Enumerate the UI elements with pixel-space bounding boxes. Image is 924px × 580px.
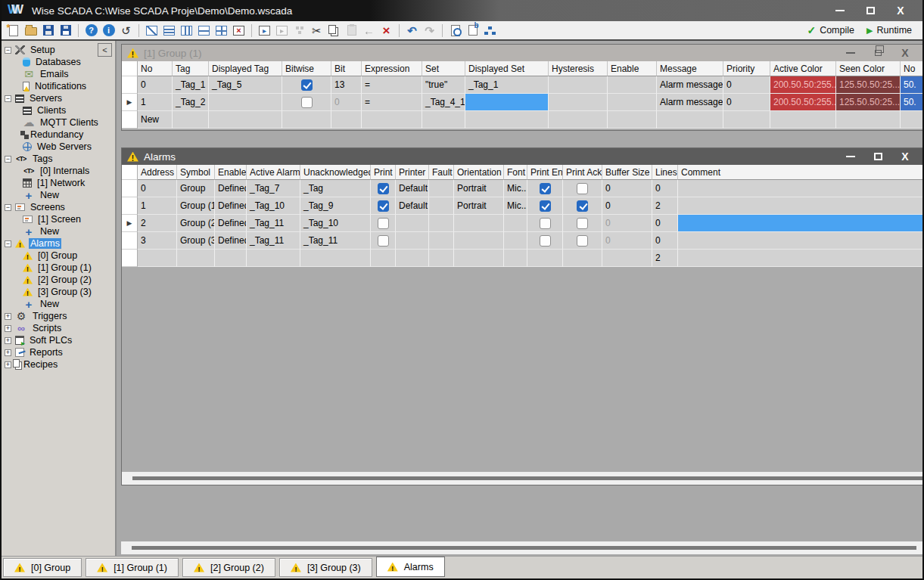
column-header-orientation[interactable]: Orientation xyxy=(454,165,504,180)
grid-cell[interactable] xyxy=(138,250,177,267)
group-window-titlebar[interactable]: [1] Group (1) X xyxy=(122,45,922,61)
tree-expander-icon[interactable]: + xyxy=(5,337,11,344)
tree-item-redundancy[interactable]: Redundancy xyxy=(2,129,115,141)
checkbox-unchecked[interactable] xyxy=(577,218,588,229)
grid-cell[interactable] xyxy=(454,215,504,232)
tree-item-alarm-group-3[interactable]: [3] Group (3) xyxy=(2,286,115,298)
tree-expander-icon[interactable]: − xyxy=(5,95,11,102)
grid-cell[interactable]: _Tag_1 xyxy=(173,76,209,94)
column-header-bitwise[interactable]: Bitwise xyxy=(282,61,331,76)
grid-cell[interactable] xyxy=(836,111,901,129)
column-header-set[interactable]: Set xyxy=(422,61,465,76)
close-button-icon[interactable]: X xyxy=(895,5,906,16)
tree-item-tags[interactable]: −<T>Tags xyxy=(2,153,115,165)
grid-cell[interactable]: 0 xyxy=(138,76,173,94)
grid-cell[interactable]: _Tag_5 xyxy=(209,76,282,94)
column-header-displayed-set[interactable]: Displayed Set xyxy=(465,61,549,76)
mdi-hscrollbar[interactable] xyxy=(121,541,922,554)
tree-item-soft-plcs[interactable]: +Soft PLCs xyxy=(2,334,115,346)
grid-cell[interactable] xyxy=(608,76,657,94)
project-tree-icon[interactable] xyxy=(481,22,499,39)
column-header-hysteresis[interactable]: Hysteresis xyxy=(549,61,608,76)
column-header-symbol[interactable]: Symbol xyxy=(177,165,215,180)
grid-cell[interactable] xyxy=(678,232,922,250)
grid-cell[interactable]: Defined xyxy=(215,215,247,232)
checkbox-unchecked[interactable] xyxy=(540,218,551,229)
tree-item-internals[interactable]: <T>[0] Internals xyxy=(2,165,115,177)
column-header-bit[interactable]: Bit xyxy=(331,61,362,76)
grid-cell[interactable]: _Tag_9 xyxy=(300,197,371,215)
alarms-close-icon[interactable]: X xyxy=(900,151,910,162)
group-minimize-icon[interactable] xyxy=(845,48,856,58)
grid-cell[interactable] xyxy=(602,250,652,267)
tree-item-databases[interactable]: Databases xyxy=(2,56,115,68)
row-selector-cell[interactable]: ▶ xyxy=(122,215,138,232)
tree-item-network[interactable]: [1] Network xyxy=(2,177,115,189)
grid-cell[interactable]: Default xyxy=(396,180,429,197)
grid-cell[interactable]: 1 xyxy=(138,94,173,111)
grid-cell[interactable]: Defined xyxy=(215,180,247,197)
grid-cell[interactable] xyxy=(429,197,454,215)
column-header-lines[interactable]: Lines xyxy=(652,165,678,180)
grid-cell[interactable]: 0 xyxy=(602,180,652,197)
grid-cell[interactable] xyxy=(429,180,454,197)
grid-cell[interactable]: 0 xyxy=(652,232,678,250)
column-header-buffer-size[interactable]: Buffer Size xyxy=(602,165,652,180)
grid-cell[interactable]: _Tag_11 xyxy=(300,232,371,250)
grid-cell[interactable] xyxy=(371,250,396,267)
column-header-no[interactable]: No xyxy=(901,61,922,76)
grid-cell[interactable] xyxy=(608,94,657,111)
grid-cell[interactable] xyxy=(429,250,454,267)
tree-item-alarm-group-1[interactable]: [1] Group (1) xyxy=(2,262,115,274)
copy-icon[interactable] xyxy=(325,22,343,39)
grid-cell[interactable] xyxy=(723,111,770,129)
column-header-print-end[interactable]: Print End xyxy=(527,165,563,180)
grid-cell[interactable]: Group (3) xyxy=(177,232,215,250)
grid-cell[interactable] xyxy=(300,250,371,267)
column-header-message[interactable]: Message xyxy=(657,61,723,76)
grid-cell[interactable]: 125.50.50:25... xyxy=(836,94,901,111)
open-project-icon[interactable] xyxy=(22,22,39,39)
tree-item-notifications[interactable]: Notifications xyxy=(2,80,115,92)
tree-expander-icon[interactable]: + xyxy=(5,313,11,320)
tree-expander-icon[interactable]: − xyxy=(5,240,11,247)
grid-cell[interactable] xyxy=(177,250,215,267)
column-header-displayed-tag[interactable]: Displayed Tag xyxy=(209,61,282,76)
grid-cell[interactable]: 2 xyxy=(138,215,177,232)
grid-cell[interactable]: _Tag_2 xyxy=(173,94,209,111)
tab-alarms[interactable]: Alarms xyxy=(376,557,445,577)
grid-cell[interactable] xyxy=(563,250,602,267)
grid-cell[interactable] xyxy=(209,94,282,111)
tree-item-screens[interactable]: −Screens xyxy=(2,201,115,213)
about-icon[interactable]: i xyxy=(100,22,117,39)
tree-item-screens-new[interactable]: +New xyxy=(2,225,115,237)
grid-cell[interactable] xyxy=(247,250,300,267)
tree-item-screen-1[interactable]: [1] Screen xyxy=(2,213,115,225)
checkbox-checked[interactable] xyxy=(540,183,551,194)
tree-item-triggers[interactable]: +⚙Triggers xyxy=(2,310,115,322)
cut-icon[interactable]: ✂ xyxy=(308,22,325,39)
grid-cell[interactable]: Mic... xyxy=(504,180,527,197)
mdi-hscrollbar-thumb[interactable] xyxy=(132,546,916,550)
tree-item-alarm-group-2[interactable]: [2] Group (2) xyxy=(2,274,115,286)
group-restore-icon[interactable] xyxy=(873,48,883,58)
grid-cell[interactable] xyxy=(504,232,527,250)
grid-cell[interactable]: 0 xyxy=(602,232,652,250)
row-selector-cell[interactable] xyxy=(122,76,138,94)
column-header-fault[interactable]: Fault xyxy=(429,165,454,180)
grid-cell[interactable] xyxy=(371,180,396,197)
tree-expander-icon[interactable]: − xyxy=(5,47,11,54)
grid-cell[interactable]: 13 xyxy=(331,76,362,94)
tree-item-alarm-group-0[interactable]: [0] Group xyxy=(2,250,115,262)
history-icon[interactable]: ↺ xyxy=(117,22,135,39)
minimize-button-icon[interactable] xyxy=(835,5,845,16)
tab--3-group-3-[interactable]: [3] Group (3) xyxy=(279,558,372,577)
grid-cell[interactable]: _Tag_11 xyxy=(247,232,300,250)
grid-cell[interactable]: _Tag xyxy=(300,180,371,197)
grid-cell[interactable]: _Tag_10 xyxy=(300,215,371,232)
grid-cell[interactable] xyxy=(901,111,922,129)
checkbox-unchecked[interactable] xyxy=(301,97,313,108)
grid-cell[interactable]: 2 xyxy=(652,250,678,267)
grid-cell[interactable]: Group (2) xyxy=(177,215,215,232)
row-selector-cell[interactable] xyxy=(122,232,138,250)
